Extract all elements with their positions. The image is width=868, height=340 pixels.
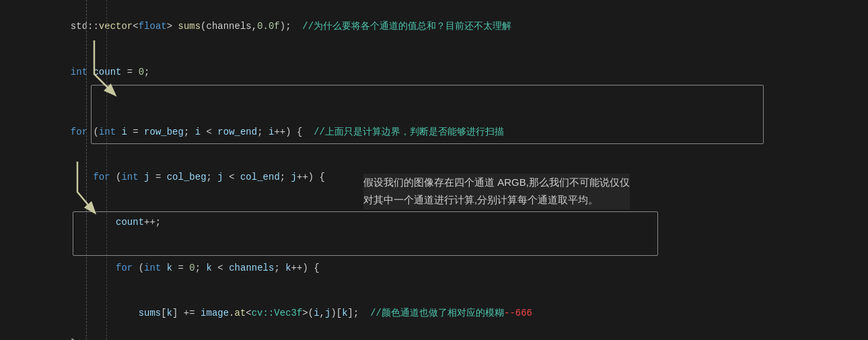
- code-line: for (int k = 0; k < channels; k++) {: [0, 245, 868, 290]
- line-text: count++;: [0, 200, 868, 245]
- code-line: count++;: [0, 200, 868, 245]
- arrow-2: [44, 162, 124, 234]
- arrow-1: [54, 40, 135, 119]
- line-text: sums[k] += image.at<cv::Vec3f>(i,j)[k]; …: [0, 290, 868, 335]
- line-text: for (int j = col_beg; j < col_end; j++) …: [0, 155, 868, 200]
- line-text: }: [0, 336, 868, 340]
- code-line: sums[k] += image.at<cv::Vec3f>(i,j)[k]; …: [0, 290, 868, 335]
- code-editor: std::vector<float> sums(channels,0.0f); …: [0, 0, 868, 340]
- code-line: }: [0, 336, 868, 340]
- code-line: for (int j = col_beg; j < col_end; j++) …: [0, 155, 868, 200]
- line-text: for (int k = 0; k < channels; k++) {: [0, 245, 868, 290]
